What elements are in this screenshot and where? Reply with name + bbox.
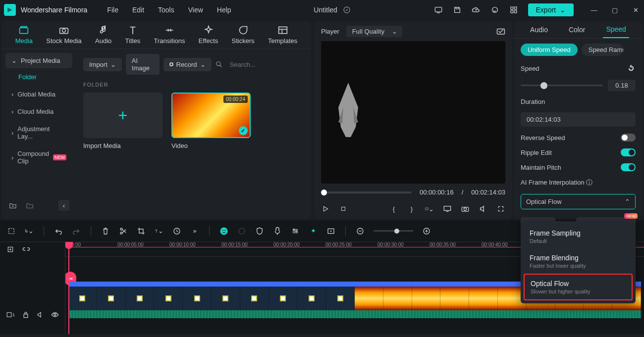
reset-speed-icon[interactable] (627, 64, 636, 73)
tab-stock-media[interactable]: Stock Media (46, 25, 82, 45)
quality-select[interactable]: Full Quality (346, 26, 402, 37)
sidebar-project-media[interactable]: ⌄Project Media (5, 53, 72, 68)
lock-icon[interactable] (22, 310, 30, 319)
shield-button[interactable] (255, 227, 264, 236)
record-icon (169, 62, 173, 66)
tab-media[interactable]: Media (15, 25, 33, 45)
color-button[interactable] (237, 227, 246, 236)
track-add-button[interactable] (6, 245, 15, 254)
zoom-in-button[interactable] (422, 227, 431, 236)
menu-tools[interactable]: Tools (158, 6, 174, 14)
menu-edit[interactable]: Edit (132, 6, 144, 14)
sidebar-item-adjustment[interactable]: ›Adjustment Lay... (5, 120, 72, 145)
camera-button[interactable] (461, 204, 470, 213)
ai-image-button[interactable]: AI Image (126, 54, 160, 75)
device-icon[interactable] (434, 5, 443, 14)
adjust-button[interactable] (291, 227, 300, 236)
sidebar-item-cloud[interactable]: ›Cloud Media (5, 103, 72, 120)
more-tools-button[interactable]: » (190, 227, 199, 236)
maximize-button[interactable]: ▢ (610, 5, 619, 14)
snapshot-icon[interactable] (496, 27, 505, 36)
cursor-tool[interactable]: ⌄ (25, 227, 34, 236)
inspector-tab-color[interactable]: Color (566, 22, 588, 38)
keyframe-button[interactable] (326, 227, 335, 236)
speed-slider[interactable] (521, 85, 603, 86)
folder-icon[interactable] (25, 201, 34, 210)
import-button[interactable]: Import⌄ (83, 58, 122, 71)
undo-button[interactable] (54, 227, 63, 236)
video-preview[interactable] (321, 41, 505, 184)
ripple-toggle[interactable] (621, 148, 636, 156)
playhead[interactable] (68, 242, 69, 334)
tab-stickers[interactable]: Stickers (232, 25, 255, 45)
record-button[interactable]: Record⌄ (163, 58, 212, 71)
fullscreen-button[interactable] (496, 204, 505, 213)
visibility-icon[interactable] (51, 310, 59, 319)
split-button[interactable] (119, 227, 128, 236)
tab-audio[interactable]: Audio (95, 25, 111, 45)
ai-interp-select[interactable]: Optical Flow⌃ (521, 194, 636, 209)
redo-button[interactable] (72, 227, 81, 236)
info-icon[interactable]: ⓘ (586, 179, 592, 186)
inspector-tab-speed[interactable]: Speed (603, 21, 629, 38)
sidebar-folder-label[interactable]: Folder (5, 68, 72, 86)
pitch-toggle[interactable] (621, 163, 636, 171)
sidebar-item-compound[interactable]: ›Compound ClipNEW (5, 145, 72, 170)
mark-out-button[interactable]: } (407, 204, 416, 213)
search-input[interactable] (227, 58, 316, 71)
link-button[interactable] (22, 245, 31, 254)
menu-help[interactable]: Help (217, 6, 231, 14)
speed-tool-button[interactable] (172, 227, 181, 236)
select-tool[interactable] (7, 227, 16, 236)
mic-button[interactable] (273, 227, 282, 236)
mute-icon[interactable] (37, 310, 45, 319)
import-media-tile[interactable]: + Import Media (83, 93, 162, 149)
apps-icon[interactable] (509, 5, 518, 14)
close-button[interactable]: ✕ (631, 5, 640, 14)
collapse-sidebar-button[interactable]: ‹ (58, 200, 69, 211)
sidebar-item-global[interactable]: ›Global Media (5, 86, 72, 103)
option-frame-sampling[interactable]: Frame Sampling Default (524, 224, 633, 249)
export-button[interactable]: Export⌄ (528, 3, 574, 16)
play-button[interactable] (321, 204, 330, 213)
tab-titles[interactable]: Titles (125, 25, 141, 45)
tab-transitions[interactable]: Transitions (154, 25, 185, 45)
speed-value[interactable]: 0.18 (608, 80, 636, 91)
ai-face-button[interactable] (219, 227, 228, 236)
tab-templates[interactable]: Templates (268, 25, 297, 45)
video-clip-tile[interactable]: 00:00:24 ✓ Video (171, 93, 251, 149)
progress-slider[interactable] (321, 192, 412, 193)
new-folder-icon[interactable] (8, 201, 17, 210)
support-icon[interactable] (490, 5, 499, 14)
mark-in-button[interactable]: { (389, 204, 398, 213)
reverse-toggle[interactable] (621, 134, 636, 142)
ratio-button[interactable]: ⌄ (425, 204, 434, 213)
zoom-slider[interactable] (374, 230, 413, 232)
text-tool-button[interactable]: ⌄ (155, 227, 163, 236)
volume-button[interactable] (479, 204, 487, 213)
option-optical-flow[interactable]: Optical Flow Slower but higher quality (524, 274, 633, 300)
menu-view[interactable]: View (188, 6, 203, 14)
option-frame-blending[interactable]: Frame Blending Faster but lower quality (524, 249, 633, 274)
speed-tab-ramp[interactable]: Speed Ramp (582, 44, 623, 56)
duration-label: Duration (521, 98, 636, 105)
cloud-sync-icon[interactable] (342, 5, 351, 14)
marker-button[interactable]: ✦ (309, 227, 318, 236)
zoom-out-button[interactable] (356, 227, 365, 236)
svg-point-35 (296, 230, 297, 232)
speed-tab-uniform[interactable]: Uniform Speed (521, 44, 578, 56)
save-icon[interactable] (453, 5, 462, 14)
crop-button[interactable] (137, 227, 146, 236)
cloud-icon[interactable] (472, 5, 481, 14)
audio-waveform[interactable] (68, 310, 641, 318)
tab-effects[interactable]: Effects (199, 25, 218, 45)
minimize-button[interactable]: — (590, 5, 598, 14)
chevron-down-icon: ⌄ (200, 61, 206, 68)
duration-value[interactable]: 00:02:14:03 (521, 112, 636, 127)
stop-button[interactable] (339, 204, 348, 213)
delete-button[interactable] (101, 227, 110, 236)
display-button[interactable] (443, 204, 452, 213)
menu-file[interactable]: File (107, 6, 118, 14)
track-settings-icon[interactable]: 1 (6, 310, 15, 319)
inspector-tab-audio[interactable]: Audio (527, 22, 551, 38)
